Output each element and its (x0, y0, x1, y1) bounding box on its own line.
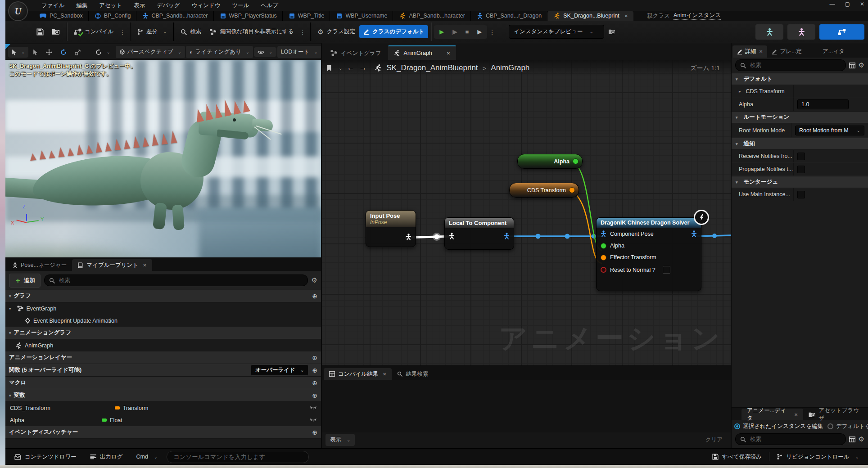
add-function-icon[interactable]: ⊕ (312, 367, 317, 374)
lighting-dropdown[interactable]: ◐ライティングあり⌄ (186, 46, 253, 58)
show-flags-dropdown[interactable]: ⌄ (254, 47, 276, 57)
section-notifies[interactable]: ▾通知 (732, 138, 868, 150)
menu-help[interactable]: ヘルプ (261, 2, 278, 9)
receive-notifies-checkbox[interactable] (797, 153, 805, 160)
breadcrumb-current[interactable]: AnimGraph (491, 63, 529, 72)
diff-button[interactable]: 差分⌄ (133, 25, 171, 38)
variable-row-cds-transform[interactable]: CDS_Transform Transform (5, 402, 321, 414)
rotate-tool-icon[interactable] (57, 47, 70, 58)
tab-pose-manager[interactable]: Pose...ネージャー (7, 259, 72, 271)
section-montage[interactable]: ▾モンタージュ (732, 176, 868, 188)
find-button[interactable]: 検索 (176, 25, 205, 38)
propagate-notifies-checkbox[interactable] (797, 166, 805, 173)
save-button[interactable] (32, 26, 48, 38)
revision-control-button[interactable]: リビジョンコントロール⌄ (772, 450, 863, 464)
menu-file[interactable]: ファイル (41, 2, 64, 9)
tab-asset-browser[interactable]: アセットブラウザ (803, 409, 868, 420)
section-animation-graphs[interactable]: ▾アニメーショングラフ (5, 327, 321, 339)
close-icon[interactable]: ✕ (759, 49, 763, 54)
perspective-dropdown[interactable]: パースペクティブ⌄ (116, 46, 185, 58)
asset-tab-sk-dragon-blueprint[interactable]: SK_Dragon...Blueprint✕ (547, 11, 633, 21)
details-search[interactable] (735, 59, 846, 71)
console-command-field[interactable] (167, 451, 309, 463)
unreal-logo-icon[interactable]: U (8, 1, 28, 21)
node-local-to-component[interactable]: Local To Component (444, 217, 514, 250)
skeleton-editor-button[interactable] (755, 24, 783, 40)
close-icon[interactable]: ✕ (794, 412, 798, 417)
select-tool-icon[interactable] (29, 47, 41, 58)
bool-pin-icon[interactable] (601, 267, 606, 273)
float-pin-icon[interactable] (601, 243, 606, 249)
root-motion-mode-dropdown[interactable]: Root Motion from M⌄ (795, 126, 864, 135)
eye-closed-icon[interactable] (310, 406, 316, 410)
bookmark-icon[interactable] (326, 65, 332, 71)
section-variables[interactable]: ▾変数⊕ (5, 389, 321, 402)
animation-data-search[interactable] (735, 433, 846, 445)
section-root-motion[interactable]: ▾ルートモーション (732, 111, 868, 123)
browse-asset-button[interactable] (48, 26, 64, 38)
mesh-editor-button[interactable] (787, 24, 815, 40)
reset-to-normal-checkbox[interactable] (663, 266, 670, 274)
section-event-dispatchers[interactable]: イベントディスパッチャー⊕ (5, 426, 321, 439)
add-variable-icon[interactable]: ⊕ (312, 392, 317, 399)
menu-view[interactable]: 表示 (134, 2, 145, 9)
hide-unrelated-options-icon[interactable]: ⋮ (298, 28, 307, 36)
add-macro-icon[interactable]: ⊕ (312, 379, 317, 387)
tab-compile-results[interactable]: コンパイル結果✕ (324, 368, 392, 380)
play-options-icon[interactable]: ⋮ (487, 28, 497, 36)
node-alpha-variable[interactable]: Alpha (517, 154, 583, 169)
rotation-snap-button[interactable]: ⌄ (92, 47, 113, 58)
asset-tab-wbp-playerstatus[interactable]: WBP_PlayerStatus (214, 11, 283, 21)
asset-tab-abp-character[interactable]: ABP_Sandb...haracter (393, 11, 470, 21)
section-animation-layers[interactable]: アニメーションレイヤー⊕ (5, 351, 321, 364)
stop-button[interactable]: ■ (461, 26, 473, 38)
float-pin-icon[interactable] (573, 158, 579, 164)
tab-preview-settings[interactable]: プレ...定 (767, 45, 806, 58)
parent-class-link[interactable]: Animインスタンス (674, 12, 721, 20)
play-button[interactable]: ▶ (436, 26, 448, 38)
details-search-input[interactable] (749, 62, 841, 69)
gear-icon[interactable]: ⚙ (859, 61, 864, 69)
section-functions[interactable]: 関数 (5 オーバーライド可能) オーバーライド⌄ ⊕ (5, 364, 321, 377)
class-defaults-button[interactable]: クラスのデフォルト (359, 25, 428, 38)
menu-window[interactable]: ウィンドウ (192, 2, 221, 9)
component-pose-pin-icon[interactable] (691, 230, 697, 237)
use-main-instance-checkbox[interactable] (797, 191, 805, 198)
hide-unrelated-button[interactable]: 無関係な項目を非表示にする (205, 25, 298, 38)
preview-instance-dropdown[interactable]: インスタンスをプレビュー⌄ (509, 25, 604, 39)
content-drawer-button[interactable]: コンテンツドロワー (10, 450, 81, 464)
override-dropdown[interactable]: オーバーライド⌄ (251, 364, 308, 376)
property-matrix-icon[interactable] (849, 63, 855, 68)
menu-debug[interactable]: デバッグ (157, 2, 180, 9)
clear-button[interactable]: クリア (701, 434, 727, 446)
tab-find-results[interactable]: 結果検索 (392, 368, 434, 380)
tab-anim-graph[interactable]: AnimGraph✕ (388, 45, 457, 60)
radio-edit-defaults[interactable]: デフォルトを編 (827, 423, 868, 430)
asset-tab-wbp-title[interactable]: WBP_Title (283, 11, 330, 21)
variable-row-alpha[interactable]: Alpha Float (5, 414, 321, 426)
menu-edit[interactable]: 編集 (76, 2, 87, 9)
tree-event-graph[interactable]: ▾EventGraph (5, 302, 321, 315)
window-minimize-button[interactable]: — (830, 1, 835, 7)
debug-filter-button[interactable] (604, 26, 619, 37)
add-button[interactable]: ＋追加 (9, 274, 41, 288)
add-animation-layer-icon[interactable]: ⊕ (312, 354, 317, 361)
frame-skip-button[interactable]: |▶ (448, 26, 460, 38)
tab-my-blueprint[interactable]: マイブループリント✕ (72, 259, 152, 271)
section-default[interactable]: ▾デフォルト (732, 73, 868, 85)
menu-asset[interactable]: アセット (99, 2, 122, 9)
pose-pin-icon[interactable] (406, 234, 411, 240)
scale-tool-icon[interactable] (71, 47, 85, 58)
tab-asset-editor[interactable]: ア...ィタ (818, 45, 849, 58)
animation-data-search-input[interactable] (749, 436, 841, 443)
tab-details[interactable]: 詳細✕ (732, 45, 767, 58)
output-log-button[interactable]: 出力ログ (86, 450, 127, 464)
close-icon[interactable]: ✕ (143, 263, 146, 268)
asset-tab-cbp-character[interactable]: CBP_Sandb...haracter (136, 11, 213, 21)
viewport-menu-button[interactable]: ⌄ (8, 47, 28, 58)
node-input-pose[interactable]: Input Pose InPose (366, 210, 416, 247)
tab-animation-data-editor[interactable]: アニメー...ディタ✕ (741, 409, 803, 420)
eye-closed-icon[interactable] (310, 418, 316, 423)
menu-tools[interactable]: ツール (232, 2, 249, 9)
add-dispatcher-icon[interactable]: ⊕ (312, 429, 317, 436)
